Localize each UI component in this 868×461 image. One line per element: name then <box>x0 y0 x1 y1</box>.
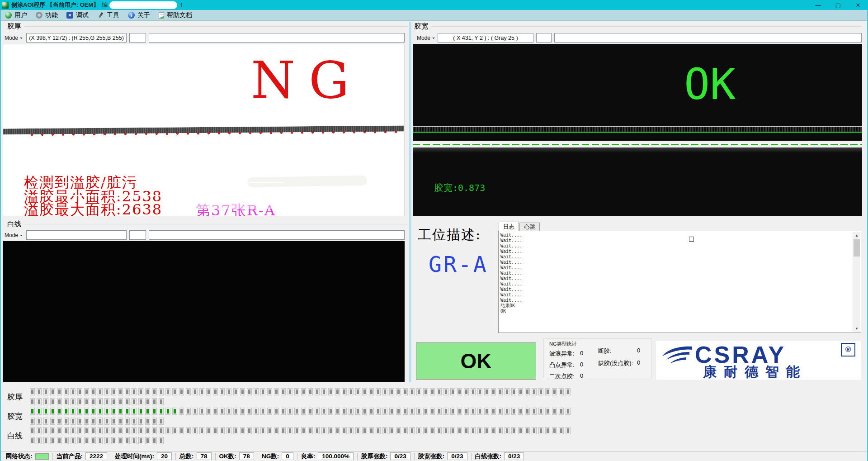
indicator-cell <box>159 427 164 434</box>
indicator-cell <box>91 408 96 415</box>
indicator-cell <box>233 408 238 415</box>
indicator-fill <box>99 409 101 413</box>
indicator-cell <box>247 388 252 395</box>
mode-dropdown-baixian[interactable]: Mode <box>2 230 25 240</box>
indicator-cell <box>281 388 286 395</box>
indicator-fill <box>106 409 108 413</box>
indicator-fill <box>79 390 81 394</box>
indicator-cell <box>132 437 137 444</box>
small-field-baixian[interactable] <box>129 230 146 240</box>
tab-log[interactable]: 日志 <box>499 222 519 231</box>
ng-stats-groupbox: NG类型统计 波浪异常:0凸点异常:0二次点胶:0 断胶:0缺胶(没点胶):0 <box>543 338 652 378</box>
close-button[interactable]: ✕ <box>848 0 868 10</box>
indicator-cell <box>37 398 42 405</box>
image-view-jiaohou[interactable]: NG 检测到溢胶/脏污 溢胶最小面积:2538 溢胶最大面积:2638 第37张… <box>3 44 405 216</box>
panel-title-jiaokuan: 胶宽 <box>414 22 431 31</box>
scroll-down-icon[interactable]: ▼ <box>853 325 860 332</box>
indicator-cell <box>145 427 150 434</box>
wide-field-baixian[interactable] <box>149 230 405 240</box>
indicator-fill <box>411 390 413 394</box>
maximize-button[interactable]: ▢ <box>828 0 848 10</box>
indicator-fill <box>472 409 474 413</box>
indicator-cell <box>525 427 530 434</box>
indicator-fill <box>553 409 556 413</box>
indicator-cell <box>118 408 123 415</box>
indicator-fill <box>153 428 156 433</box>
indicator-cell <box>382 427 387 434</box>
scrollbar-thumb[interactable] <box>854 239 860 257</box>
indicator-cell <box>104 398 109 405</box>
status-item: NG数:0 <box>258 452 297 461</box>
small-field-jiaohou[interactable] <box>129 33 146 43</box>
log-scrollbar[interactable]: ▲ ▼ <box>853 232 860 332</box>
indicator-fill <box>411 428 413 433</box>
indicator-cell <box>138 388 143 395</box>
indicator-fill <box>269 428 271 433</box>
tab-heartbeat[interactable]: 心跳 <box>519 223 540 231</box>
indicator-cell <box>362 408 367 415</box>
indicator-cell <box>355 427 360 434</box>
indicator-cell <box>30 388 35 395</box>
indicator-fill <box>106 428 108 433</box>
indicator-fill <box>153 399 156 404</box>
menu-item-调试[interactable]: 调试 <box>63 10 94 20</box>
indicator-cell <box>206 388 211 395</box>
registered-mark-icon: ® <box>841 343 855 356</box>
indicator-cell <box>566 408 571 415</box>
indicator-fill <box>323 428 325 433</box>
small-field-jiaokuan[interactable] <box>536 33 552 43</box>
image-view-baixian[interactable] <box>3 241 405 382</box>
log-list[interactable]: Wait....Wait....Wait....Wait....Wait....… <box>498 231 861 333</box>
indicator-fill <box>187 409 189 413</box>
indicator-fill <box>513 409 515 413</box>
menu-item-关于[interactable]: 关于 <box>125 10 156 20</box>
indicator-fill <box>85 428 88 433</box>
vertical-splitter[interactable] <box>409 22 411 382</box>
indicator-cell <box>43 408 48 415</box>
indicator-fill <box>31 419 33 423</box>
indicator-fill <box>45 390 47 394</box>
menu-item-用户[interactable]: 用户 <box>2 10 33 20</box>
indicator-fill <box>119 399 122 404</box>
indicator-cell <box>369 408 374 415</box>
indicator-fill <box>58 399 61 404</box>
status-item-label: 胶厚张数: <box>361 452 388 461</box>
wide-field-jiaokuan[interactable] <box>554 33 862 43</box>
mode-dropdown-jiaohou[interactable]: Mode <box>2 33 25 43</box>
indicator-fill <box>567 428 569 433</box>
indicator-cell <box>260 388 265 395</box>
indicator-cell <box>566 388 571 395</box>
station-desc-label: 工位描述: <box>418 226 481 244</box>
minimize-button[interactable]: — <box>808 0 828 10</box>
indicator-fill <box>208 390 210 394</box>
status-item: 白线张数:0/23 <box>472 452 528 461</box>
pixel-info-field-jiaohou[interactable]: (X 398,Y 1272) : (R 255,G 255,B 255) <box>26 33 127 43</box>
log-checkbox[interactable] <box>689 237 694 242</box>
indicator-cell <box>132 427 137 434</box>
indicator-cell <box>484 388 489 395</box>
indicator-fill <box>140 419 142 423</box>
image-view-jiaokuan[interactable]: OK 胶宽:0.873 <box>413 44 862 216</box>
indicator-fill <box>397 390 400 394</box>
pixel-info-field-jiaokuan[interactable]: ( X 431, Y 2 ) : ( Gray 25 ) <box>438 33 533 43</box>
indicator-fill <box>343 428 345 433</box>
indicator-fill <box>228 409 230 413</box>
indicator-cell <box>91 418 96 425</box>
wide-field-jiaohou[interactable] <box>149 33 405 43</box>
scroll-up-icon[interactable]: ▲ <box>853 232 860 239</box>
mode-dropdown-jiaokuan[interactable]: Mode <box>414 33 438 43</box>
pixel-info-field-baixian[interactable] <box>26 230 127 240</box>
indicator-fill <box>140 390 142 394</box>
result-ok-button[interactable]: OK <box>416 342 536 380</box>
log-line: Wait.... <box>500 249 859 254</box>
indicator-fill <box>506 428 508 433</box>
indicator-fill <box>58 438 61 443</box>
menu-item-帮助文档[interactable]: 帮助文档 <box>156 10 198 20</box>
indicator-fill <box>316 409 318 413</box>
ng-stat-value: 0 <box>580 372 583 380</box>
indicator-fill <box>397 409 400 413</box>
indicator-cell <box>471 427 476 434</box>
menu-item-工具[interactable]: 工具 <box>94 10 125 20</box>
indicator-fill <box>99 390 101 394</box>
menu-item-功能[interactable]: 功能 <box>33 10 63 20</box>
